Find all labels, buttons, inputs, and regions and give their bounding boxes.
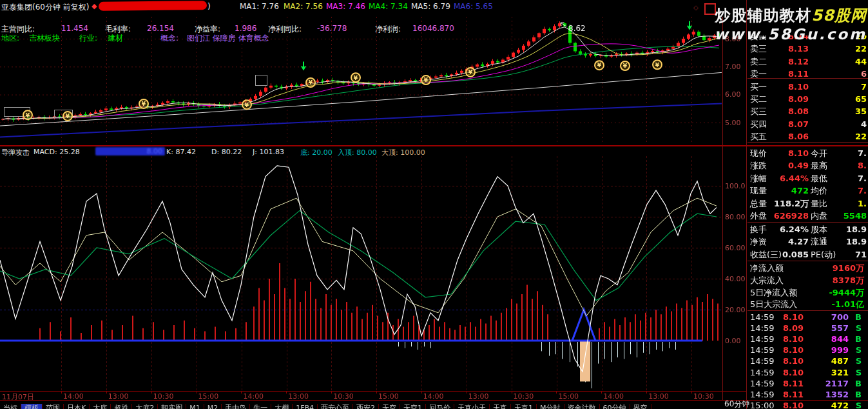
info-label: 均价 bbox=[811, 185, 827, 197]
bottom-tab[interactable]: 无空 bbox=[379, 404, 400, 409]
flow-label: 5日大宗流入 bbox=[750, 298, 797, 310]
money-flow-row: 5日大宗流入-1.01亿 bbox=[747, 298, 868, 310]
axis-tick-label: 60.00 bbox=[725, 244, 746, 252]
order-book-row[interactable]: 买二8.0965 bbox=[747, 93, 868, 105]
bottom-tab[interactable]: 界空 bbox=[630, 404, 651, 409]
trade-time: 14:59 bbox=[750, 378, 774, 389]
time-tick bbox=[646, 392, 647, 394]
bottom-tab[interactable]: M分时 bbox=[537, 404, 564, 409]
bottom-tab[interactable]: 西安2 bbox=[353, 404, 379, 409]
bottom-tab[interactable]: 60分钟 bbox=[600, 404, 630, 409]
trade-time: 14:59 bbox=[750, 334, 774, 344]
info-value: 5548 bbox=[844, 210, 867, 222]
level-price: 8.08 bbox=[788, 105, 809, 117]
bottom-tab[interactable]: 大底2 bbox=[132, 404, 158, 409]
level-price: 8.06 bbox=[788, 130, 809, 143]
trade-price: 8.10 bbox=[783, 400, 804, 409]
level-volume: 44 bbox=[855, 55, 867, 68]
level-label: 卖二 bbox=[750, 55, 767, 68]
level-label: 买一 bbox=[750, 81, 767, 93]
trade-volume: 1352 bbox=[825, 389, 849, 400]
trade-row[interactable]: 14:598.10700B bbox=[747, 312, 868, 323]
info-label: 量比 bbox=[811, 197, 827, 210]
trade-row[interactable]: 14:598.10844B bbox=[747, 334, 868, 344]
sidebar-border bbox=[746, 0, 747, 409]
bottom-tab[interactable]: 回马价 bbox=[426, 404, 454, 409]
order-book-row[interactable]: 卖三8.1322 bbox=[747, 43, 868, 55]
time-tick bbox=[691, 392, 692, 394]
bottom-tab[interactable]: 天真小天 bbox=[454, 404, 490, 409]
main-price-chart[interactable] bbox=[0, 17, 723, 143]
info-label: 总量 bbox=[750, 197, 767, 210]
info-value: 6.44% bbox=[780, 172, 809, 185]
quote-info-row: 涨跌0.49最高8. bbox=[747, 159, 868, 172]
trade-row[interactable]: 15:008.10472S bbox=[747, 400, 868, 409]
stock-title: 亚泰集团(60分钟 前复权) bbox=[1, 2, 89, 13]
trade-row[interactable]: 14:598.111352B bbox=[747, 389, 868, 400]
axis-tick-label: 80.00 bbox=[725, 213, 746, 221]
bottom-tab[interactable]: M1 bbox=[186, 404, 204, 409]
bottom-tab[interactable]: 日本K bbox=[64, 404, 90, 409]
level-price: 8.13 bbox=[788, 43, 809, 55]
bottom-tab[interactable]: 当标 bbox=[0, 404, 21, 409]
bottom-tab[interactable]: 大棚 bbox=[271, 404, 293, 409]
trade-price: 8.09 bbox=[783, 323, 804, 334]
bottom-tab[interactable]: 1FB4 bbox=[293, 404, 318, 409]
bottom-tab[interactable]: 无空1 bbox=[400, 404, 426, 409]
bottom-tab[interactable]: 大底 bbox=[90, 404, 111, 409]
deco-diamond-icon: ◇ bbox=[693, 4, 699, 11]
trade-price: 8.10 bbox=[783, 334, 804, 344]
order-book-row[interactable]: 买四8.074 bbox=[747, 118, 868, 130]
level-price: 8.09 bbox=[788, 93, 809, 105]
k-value: K: 87.42 bbox=[166, 148, 196, 156]
axis-tick-label: 40.00 bbox=[725, 275, 746, 283]
bottom-tab[interactable]: 模板 bbox=[21, 404, 43, 409]
ma-label: MA5: 6.79 bbox=[411, 2, 450, 11]
time-tick bbox=[512, 392, 512, 394]
level-volume: 22 bbox=[855, 43, 867, 55]
bottom-tab[interactable]: 牛一 bbox=[250, 404, 271, 409]
level-label: 买三 bbox=[750, 105, 767, 117]
level-volume: 4 bbox=[861, 118, 867, 130]
trade-direction: B bbox=[855, 334, 862, 344]
order-book-row[interactable]: 卖二8.1244 bbox=[747, 55, 868, 68]
info-value: 7. bbox=[858, 172, 867, 185]
d-value: D: 80.22 bbox=[211, 148, 242, 156]
bottom-tab[interactable]: 天真1 bbox=[511, 404, 537, 409]
trade-row[interactable]: 14:598.09557S bbox=[747, 323, 868, 334]
level-price: 8.07 bbox=[788, 118, 809, 130]
level-price: 8.10 bbox=[788, 81, 809, 93]
quote-info-row: 净资4.27流通18.9 bbox=[747, 235, 868, 248]
order-book-row[interactable]: 买三8.0835 bbox=[747, 105, 868, 117]
bottom-tab[interactable]: 手中鸟 bbox=[222, 404, 250, 409]
bottom-tab[interactable]: 天真 bbox=[490, 404, 511, 409]
level-label: 买五 bbox=[750, 130, 767, 143]
bottom-tab[interactable]: 朝实图 bbox=[158, 404, 186, 409]
trade-row[interactable]: 14:598.10321S bbox=[747, 367, 868, 378]
trade-volume: 557 bbox=[831, 323, 849, 334]
order-book-row[interactable]: 买五8.0622 bbox=[747, 130, 868, 143]
ma-label: MA4: 7.34 bbox=[369, 2, 408, 11]
info-label: 内盘 bbox=[811, 210, 827, 222]
title-paren: ) bbox=[207, 2, 211, 11]
bottom-tab[interactable]: 范围 bbox=[43, 404, 64, 409]
bottom-tab[interactable]: 资金计数 bbox=[564, 404, 600, 409]
info-label: PE(动) bbox=[811, 248, 836, 261]
trade-direction: B bbox=[855, 378, 862, 389]
trade-row[interactable]: 14:598.112117B bbox=[747, 378, 868, 389]
axis-tick-label: 0.00 bbox=[725, 337, 741, 345]
level-label: 买二 bbox=[750, 93, 767, 105]
trade-direction: B bbox=[855, 312, 862, 323]
bottom-tab[interactable]: M2 bbox=[204, 404, 222, 409]
trade-row[interactable]: 14:598.10999S bbox=[747, 344, 868, 355]
kdj-indicator-chart[interactable] bbox=[0, 156, 723, 391]
trade-time: 14:59 bbox=[750, 389, 774, 400]
bottom-tab[interactable]: 超跌 bbox=[111, 404, 132, 409]
bottom-tab[interactable]: 西安心至 bbox=[318, 404, 353, 409]
quote-info-row: 涨幅6.44%最低7. bbox=[747, 172, 868, 185]
time-tick bbox=[331, 392, 332, 394]
order-book-row[interactable]: 买一8.107 bbox=[747, 81, 868, 93]
trade-price: 8.11 bbox=[783, 378, 804, 389]
trade-volume: 700 bbox=[831, 312, 849, 323]
trade-row[interactable]: 14:598.10487S bbox=[747, 355, 868, 366]
